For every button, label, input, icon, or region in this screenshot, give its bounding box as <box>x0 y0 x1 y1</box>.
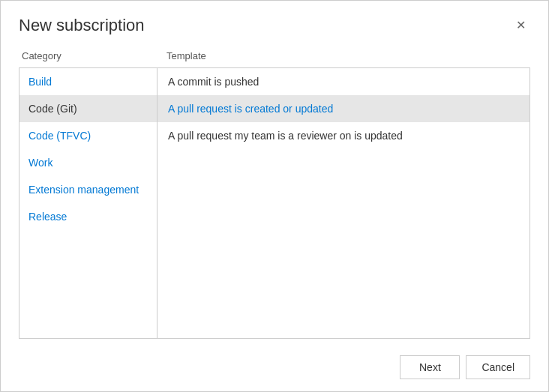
lists-container: BuildCode (Git)Code (TFVC)WorkExtension … <box>19 67 530 339</box>
dialog-title: New subscription <box>19 16 145 35</box>
category-item-extension-management[interactable]: Extension management <box>20 176 157 203</box>
template-label: Template <box>158 50 530 61</box>
cancel-button[interactable]: Cancel <box>466 355 530 379</box>
next-button[interactable]: Next <box>400 355 460 379</box>
column-labels: Category Template <box>19 50 530 61</box>
category-label: Category <box>19 50 158 61</box>
template-item-pull-request-reviewer[interactable]: A pull request my team is a reviewer on … <box>158 122 530 149</box>
category-item-code-tfvc[interactable]: Code (TFVC) <box>20 122 157 149</box>
category-item-build[interactable]: Build <box>20 68 157 95</box>
dialog-content: Category Template BuildCode (Git)Code (T… <box>1 43 548 346</box>
new-subscription-dialog: New subscription ✕ Category Template Bui… <box>0 0 549 392</box>
category-item-code-git[interactable]: Code (Git) <box>20 95 157 122</box>
template-item-commit-pushed[interactable]: A commit is pushed <box>158 68 530 95</box>
close-button[interactable]: ✕ <box>512 16 530 34</box>
dialog-header: New subscription ✕ <box>1 1 548 43</box>
dialog-footer: Next Cancel <box>1 346 548 391</box>
category-item-work[interactable]: Work <box>20 149 157 176</box>
category-list: BuildCode (Git)Code (TFVC)WorkExtension … <box>19 67 158 339</box>
category-item-release[interactable]: Release <box>20 203 157 230</box>
template-item-pull-request-created[interactable]: A pull request is created or updated <box>158 95 530 122</box>
template-list: A commit is pushedA pull request is crea… <box>158 67 530 339</box>
